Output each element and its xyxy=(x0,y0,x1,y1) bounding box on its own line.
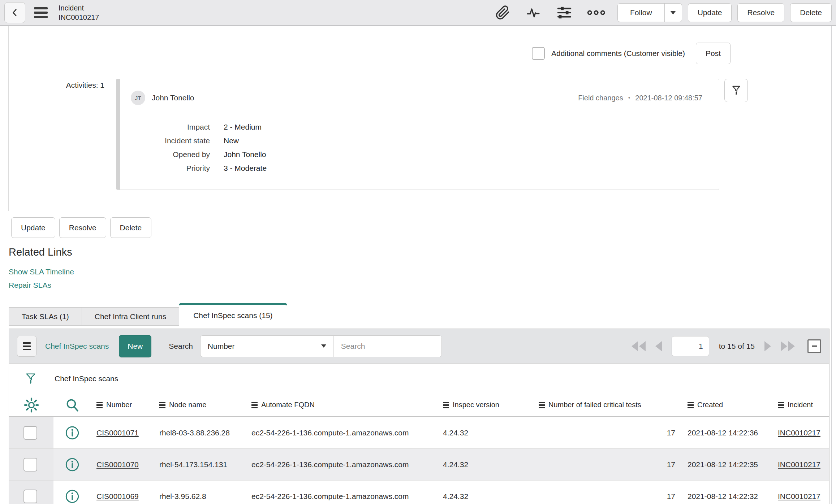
collapse-list-button[interactable] xyxy=(807,339,821,353)
column-header-failed-critical-tests[interactable]: Number of failed critical tests xyxy=(539,401,683,409)
created-cell: 2021-08-12 14:22:36 xyxy=(683,429,772,437)
activity-type-label: Field changes xyxy=(578,94,623,102)
additional-comments-row: Additional comments (Customer visible) P… xyxy=(9,26,831,64)
update-button-bottom[interactable]: Update xyxy=(11,217,55,238)
search-label: Search xyxy=(169,342,193,351)
follow-dropdown-button[interactable] xyxy=(664,4,682,22)
inspec-version-cell: 4.24.32 xyxy=(443,492,539,501)
tab-chef-infra-client-runs[interactable]: Chef Infra Client runs xyxy=(82,307,179,326)
incident-link[interactable]: INC0010217 xyxy=(778,492,820,500)
activity-filter-button[interactable] xyxy=(724,79,748,102)
search-group: Number xyxy=(200,335,442,357)
activity-stream-icon[interactable] xyxy=(525,5,542,20)
show-sla-timeline-link[interactable]: Show SLA Timeline xyxy=(9,266,836,277)
created-cell: 2021-08-12 14:22:35 xyxy=(683,460,772,469)
search-icon[interactable] xyxy=(65,397,80,413)
new-record-button[interactable]: New xyxy=(119,335,151,357)
context-menu-icon[interactable] xyxy=(34,7,48,18)
tab-chef-inspec-scans[interactable]: Chef InSpec scans (15) xyxy=(179,303,287,326)
column-header-number[interactable]: Number xyxy=(91,401,159,409)
customer-visible-checkbox[interactable] xyxy=(532,47,545,60)
column-label: Automate FQDN xyxy=(261,401,315,409)
row-checkbox-cell xyxy=(9,449,53,480)
tab-task-slas[interactable]: Task SLAs (1) xyxy=(9,307,82,326)
activities-section: Activities: 1 JT John Tonello Field chan… xyxy=(9,79,831,190)
column-header-incident[interactable]: Incident xyxy=(772,401,829,409)
row-checkbox[interactable] xyxy=(23,458,37,472)
attachment-icon[interactable] xyxy=(495,5,510,21)
delete-button[interactable]: Delete xyxy=(790,3,832,22)
incident-link[interactable]: INC0010217 xyxy=(778,460,820,469)
column-menu-icon xyxy=(539,402,545,408)
scan-number-link[interactable]: CIS0001069 xyxy=(96,492,139,500)
personalize-form-icon[interactable] xyxy=(556,4,573,21)
follow-split-button: Follow xyxy=(617,3,682,22)
previous-page-button[interactable] xyxy=(655,341,662,351)
resolve-button-bottom[interactable]: Resolve xyxy=(59,217,106,238)
last-page-button[interactable] xyxy=(781,341,795,351)
repair-slas-link[interactable]: Repair SLAs xyxy=(9,279,836,291)
list-title[interactable]: Chef InSpec scans xyxy=(45,342,109,351)
list-toolbar: Chef InSpec scans New Search Number xyxy=(9,329,829,364)
activity-timestamp: 2021-08-12 09:48:57 xyxy=(635,94,702,102)
row-checkbox-cell xyxy=(9,417,53,448)
field-change-row: Opened by John Tonello xyxy=(131,148,267,161)
record-type-label: Incident xyxy=(59,3,99,13)
first-page-button[interactable] xyxy=(632,341,646,351)
page-title: Incident INC0010217 xyxy=(59,3,99,22)
field-label: Priority xyxy=(131,161,224,175)
column-header-created[interactable]: Created xyxy=(683,401,772,409)
column-menu-icon xyxy=(443,402,449,408)
activity-author: John Tonello xyxy=(152,94,194,102)
row-checkbox[interactable] xyxy=(23,490,37,503)
next-page-button[interactable] xyxy=(764,341,771,351)
scan-number-link[interactable]: CIS0001071 xyxy=(96,429,139,437)
column-header-automate-fqdn[interactable]: Automate FQDN xyxy=(251,401,443,409)
funnel-icon xyxy=(731,84,742,97)
scan-number-link[interactable]: CIS0001070 xyxy=(96,460,139,469)
incident-link[interactable]: INC0010217 xyxy=(778,429,820,437)
field-value: 3 - Moderate xyxy=(224,161,267,175)
field-change-row: Incident state New xyxy=(131,134,267,148)
pagination: to 15 of 15 xyxy=(632,336,821,356)
caret-down-icon xyxy=(670,11,676,14)
column-menu-icon xyxy=(778,402,784,408)
list-menu-button[interactable] xyxy=(17,336,36,357)
row-info-cell xyxy=(53,457,91,472)
column-menu-icon xyxy=(688,402,694,408)
info-icon[interactable] xyxy=(65,426,79,440)
update-button[interactable]: Update xyxy=(688,3,732,22)
automate-fqdn-cell: ec2-54-226-1-136.compute-1.amazonaws.com xyxy=(251,429,443,437)
list-filter-row: Chef InSpec scans xyxy=(9,364,829,394)
info-icon[interactable] xyxy=(65,489,79,504)
follow-button[interactable]: Follow xyxy=(618,4,664,22)
gear-icon[interactable] xyxy=(24,397,39,413)
list-funnel-icon[interactable] xyxy=(25,372,36,386)
info-icon[interactable] xyxy=(65,457,79,472)
inspec-version-cell: 4.24.32 xyxy=(443,460,539,469)
node-name-cell: rhel-54.173.154.131 xyxy=(159,460,251,469)
post-button[interactable]: Post xyxy=(696,43,731,64)
field-value: John Tonello xyxy=(224,148,267,161)
back-button[interactable] xyxy=(4,2,25,23)
column-label: Incident xyxy=(788,401,813,409)
list-breadcrumb[interactable]: Chef InSpec scans xyxy=(55,374,118,383)
failed-tests-cell: 17 xyxy=(539,492,683,501)
delete-button-bottom[interactable]: Delete xyxy=(110,217,152,238)
header-gear-cell xyxy=(9,397,53,413)
column-header-inspec-version[interactable]: Inspec version xyxy=(443,401,539,409)
page-number-input[interactable] xyxy=(672,336,709,356)
table-header-row: Number Node name Automate FQDN Inspec ve… xyxy=(9,394,829,417)
more-options-icon[interactable] xyxy=(587,8,607,17)
chevron-left-icon xyxy=(10,8,20,17)
search-field-select[interactable]: Number xyxy=(201,336,333,357)
search-input[interactable] xyxy=(334,336,441,357)
resolve-button[interactable]: Resolve xyxy=(737,3,784,22)
column-menu-icon xyxy=(159,402,165,408)
header-icon-group xyxy=(495,4,607,21)
node-name-cell: rhel-3.95.62.8 xyxy=(159,492,251,501)
row-checkbox[interactable] xyxy=(23,426,37,440)
automate-fqdn-cell: ec2-54-226-1-136.compute-1.amazonaws.com xyxy=(251,460,443,469)
column-header-node-name[interactable]: Node name xyxy=(159,401,251,409)
follow-label: Follow xyxy=(630,8,652,17)
